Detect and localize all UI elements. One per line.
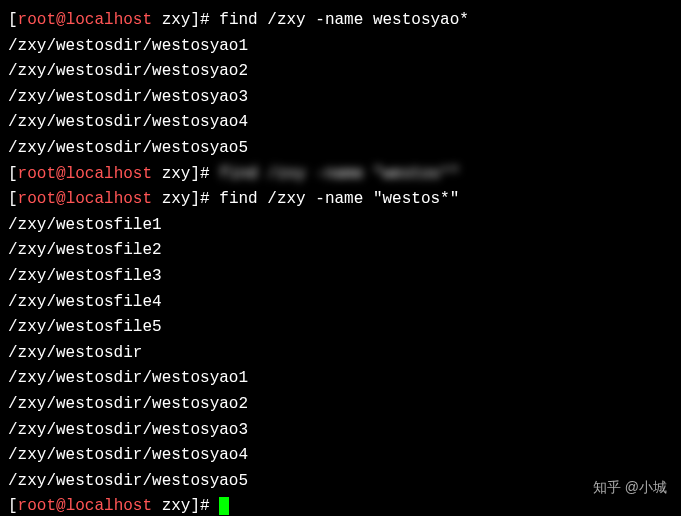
terminal-line: [root@localhost zxy]# <box>8 494 673 516</box>
output-text: /zxy/westosdir/westosyao4 <box>8 446 248 464</box>
prompt-open-bracket: [ <box>8 165 18 183</box>
prompt-symbol: # <box>200 497 219 515</box>
terminal-line: /zxy/westosdir/westosyao1 <box>8 34 673 60</box>
output-text: /zxy/westosdir/westosyao2 <box>8 62 248 80</box>
prompt-host: localhost <box>66 190 152 208</box>
output-text: /zxy/westosfile2 <box>8 241 162 259</box>
prompt-sep <box>152 497 162 515</box>
prompt-close-bracket: ] <box>190 165 200 183</box>
terminal-line: /zxy/westosdir <box>8 341 673 367</box>
prompt-dir: zxy <box>162 11 191 29</box>
prompt-open-bracket: [ <box>8 497 18 515</box>
terminal-line: /zxy/westosdir/westosyao5 <box>8 469 673 495</box>
terminal-line: /zxy/westosdir/westosyao4 <box>8 443 673 469</box>
prompt-symbol: # <box>200 11 219 29</box>
prompt-host: localhost <box>66 497 152 515</box>
terminal-line: /zxy/westosfile5 <box>8 315 673 341</box>
output-text: /zxy/westosdir/westosyao2 <box>8 395 248 413</box>
terminal-line: /zxy/westosdir/westosyao5 <box>8 136 673 162</box>
watermark: 知乎 @小城 <box>593 476 667 498</box>
output-text: /zxy/westosdir <box>8 344 142 362</box>
terminal-line: /zxy/westosdir/westosyao1 <box>8 366 673 392</box>
prompt-at: @ <box>56 497 66 515</box>
output-text: /zxy/westosdir/westosyao5 <box>8 139 248 157</box>
output-text: /zxy/westosfile1 <box>8 216 162 234</box>
prompt-sep <box>152 11 162 29</box>
prompt-open-bracket: [ <box>8 11 18 29</box>
output-text: /zxy/westosdir/westosyao1 <box>8 369 248 387</box>
prompt-dir: zxy <box>162 165 191 183</box>
prompt-user: root <box>18 11 56 29</box>
output-text: /zxy/westosfile3 <box>8 267 162 285</box>
prompt-dir: zxy <box>162 190 191 208</box>
command-text: find /zxy -name westosyao* <box>219 11 469 29</box>
output-text: /zxy/westosfile4 <box>8 293 162 311</box>
prompt-dir: zxy <box>162 497 191 515</box>
output-text: /zxy/westosfile5 <box>8 318 162 336</box>
terminal-line: [root@localhost zxy]# find /zxy -name we… <box>8 8 673 34</box>
terminal-line: /zxy/westosdir/westosyao3 <box>8 85 673 111</box>
prompt-open-bracket: [ <box>8 190 18 208</box>
prompt-user: root <box>18 190 56 208</box>
output-text: /zxy/westosdir/westosyao3 <box>8 88 248 106</box>
command-text: find /zxy -name "westos*" <box>219 190 459 208</box>
output-text: /zxy/westosdir/westosyao1 <box>8 37 248 55</box>
terminal-line: [root@localhost zxy]# find /zxy -name "w… <box>8 187 673 213</box>
prompt-close-bracket: ] <box>190 11 200 29</box>
output-text: /zxy/westosdir/westosyao3 <box>8 421 248 439</box>
prompt-at: @ <box>56 11 66 29</box>
cursor <box>219 497 229 515</box>
command-text-blurred: find /zxy -name "westos*" <box>219 162 459 188</box>
terminal-line: /zxy/westosfile1 <box>8 213 673 239</box>
prompt-at: @ <box>56 165 66 183</box>
prompt-sep <box>152 190 162 208</box>
prompt-host: localhost <box>66 165 152 183</box>
terminal-line: /zxy/westosdir/westosyao2 <box>8 392 673 418</box>
prompt-symbol: # <box>200 190 219 208</box>
terminal-line: /zxy/westosfile4 <box>8 290 673 316</box>
terminal-line: /zxy/westosdir/westosyao4 <box>8 110 673 136</box>
prompt-user: root <box>18 165 56 183</box>
output-text: /zxy/westosdir/westosyao5 <box>8 472 248 490</box>
prompt-sep <box>152 165 162 183</box>
terminal-line: /zxy/westosfile2 <box>8 238 673 264</box>
terminal-line: /zxy/westosfile3 <box>8 264 673 290</box>
prompt-symbol: # <box>200 165 219 183</box>
terminal-line: [root@localhost zxy]# find /zxy -name "w… <box>8 162 673 188</box>
prompt-at: @ <box>56 190 66 208</box>
prompt-host: localhost <box>66 11 152 29</box>
terminal[interactable]: [root@localhost zxy]# find /zxy -name we… <box>8 8 673 516</box>
terminal-line: /zxy/westosdir/westosyao3 <box>8 418 673 444</box>
output-text: /zxy/westosdir/westosyao4 <box>8 113 248 131</box>
terminal-line: /zxy/westosdir/westosyao2 <box>8 59 673 85</box>
prompt-close-bracket: ] <box>190 190 200 208</box>
prompt-user: root <box>18 497 56 515</box>
prompt-close-bracket: ] <box>190 497 200 515</box>
